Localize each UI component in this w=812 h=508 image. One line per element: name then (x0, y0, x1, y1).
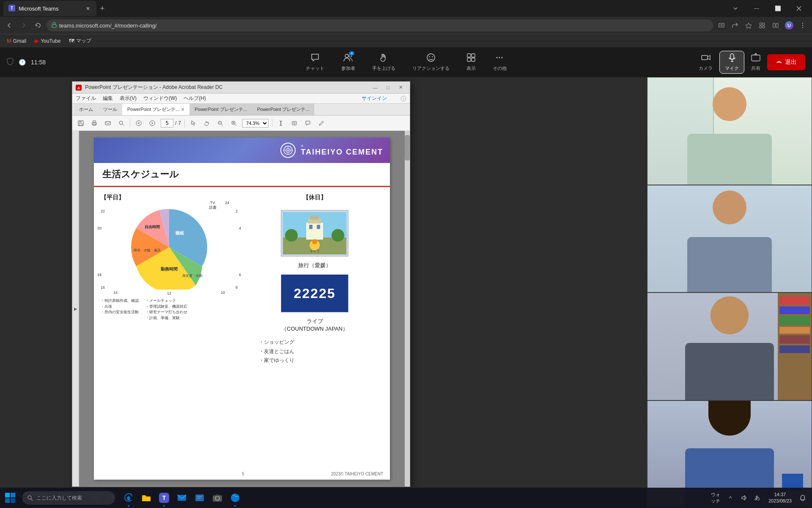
taskbar-browser[interactable] (227, 488, 244, 508)
svg-rect-27 (467, 58, 471, 61)
ime-icon[interactable]: あ (752, 492, 763, 504)
pdf-content: ▶ (72, 131, 410, 486)
taskbar-teams[interactable]: T (156, 488, 173, 508)
svg-rect-15 (773, 23, 775, 28)
more-button[interactable]: その他 (489, 51, 510, 73)
view-icon (466, 53, 476, 64)
menu-window[interactable]: ウィンドウ(W) (143, 95, 177, 102)
tab-ppt-1-close[interactable]: ✕ (181, 107, 184, 112)
new-tab-button[interactable]: + (96, 3, 108, 14)
taskbar-search[interactable]: ここに入力して検索 (22, 491, 115, 505)
leave-button[interactable]: 退出 (767, 54, 805, 70)
tab-ppt-3[interactable]: PowerPoint プレゼンテ... (252, 104, 314, 115)
camera-button[interactable]: カメラ (695, 51, 716, 73)
next-page-button[interactable] (147, 118, 157, 128)
zoom-in-button[interactable] (229, 118, 239, 128)
active-tab[interactable]: T Microsoft Teams (3, 1, 96, 16)
bookmark-gmail[interactable]: M Gmail (3, 37, 30, 45)
favorites-icon[interactable] (743, 19, 754, 31)
adobe-close-button[interactable]: ✕ (395, 83, 406, 92)
chat-button[interactable]: チャット (302, 51, 328, 73)
svg-point-19 (802, 27, 803, 28)
save-tool-button[interactable] (76, 118, 86, 128)
tab-close-button[interactable] (85, 5, 91, 12)
watch-icon[interactable]: ウォッチ (711, 492, 723, 504)
search-tool-button[interactable] (116, 118, 126, 128)
slide-footer: 2023© TAIHEIYO CEMENT (331, 472, 383, 476)
tab-home[interactable]: ホーム (74, 104, 98, 115)
taskbar-search-placeholder: ここに入力して検索 (36, 494, 82, 502)
zoom-selector[interactable]: 74.3% 100% 125% 150% (242, 119, 269, 127)
share-icon[interactable] (729, 19, 741, 31)
window-controls: — ⬜ (726, 2, 809, 15)
prev-page-button[interactable] (134, 118, 144, 128)
pointer-tool-button[interactable] (188, 118, 198, 128)
participants-icon: 4 (343, 53, 353, 64)
email-tool-button[interactable] (103, 118, 113, 128)
share-screen-button[interactable]: 共有 (748, 51, 764, 73)
menu-view[interactable]: 表示(V) (120, 95, 137, 102)
back-button[interactable] (3, 19, 15, 31)
svg-point-9 (721, 25, 722, 26)
maximize-button[interactable]: ⬜ (768, 2, 787, 15)
hand-tool-button[interactable] (202, 118, 212, 128)
minimize-button[interactable]: — (747, 2, 766, 15)
taskbar-edge[interactable] (120, 488, 137, 508)
taskbar-explorer[interactable] (138, 488, 155, 508)
menu-file[interactable]: ファイル (76, 95, 96, 102)
notification-button[interactable] (797, 492, 809, 504)
menu-help[interactable]: ヘルプ(H) (184, 95, 206, 102)
taskbar-clock[interactable]: 14:37 2023/08/23 (765, 491, 795, 505)
participants-button[interactable]: 4 参加者 (338, 51, 359, 73)
profile-icon[interactable]: U (783, 19, 795, 31)
comment-tool-button[interactable] (303, 118, 313, 128)
pdf-page-area[interactable]: ⊕ TAIHEIYO CEMENT 生活スケジュール (79, 131, 405, 486)
svg-point-49 (119, 121, 123, 124)
select-text-button[interactable] (276, 118, 286, 128)
snapshot-button[interactable] (289, 118, 299, 128)
taskbar-mail[interactable] (173, 488, 190, 508)
bookmark-youtube[interactable]: ▶ YouTube (31, 37, 64, 45)
page-number-input[interactable] (161, 119, 173, 127)
mic-button[interactable]: マイク (719, 51, 744, 74)
taiheiyo-brand: TAIHEIYO CEMENT (301, 148, 383, 157)
view-button[interactable]: 表示 (463, 51, 479, 73)
svg-rect-36 (752, 55, 760, 61)
taskbar-camera[interactable] (209, 488, 226, 508)
raise-hand-button[interactable]: 手を上げる (369, 51, 399, 73)
svg-rect-13 (760, 26, 762, 28)
address-bar[interactable]: teams.microsoft.com/_#/modern-calling/ (47, 19, 713, 31)
screen-capture-icon[interactable] (716, 19, 727, 31)
tab-ppt-1[interactable]: PowerPoint プレゼンテ... ✕ (122, 104, 189, 115)
react-button[interactable]: リアクションする (409, 51, 453, 73)
settings-more-icon[interactable] (797, 19, 809, 31)
help-icon[interactable]: ? (401, 96, 406, 102)
tab-tools[interactable]: ツール (98, 104, 122, 115)
svg-rect-43 (79, 121, 82, 123)
start-button[interactable] (0, 488, 20, 508)
pdf-scrollbar[interactable] (405, 131, 410, 486)
pdf-scroll-thumb[interactable] (405, 135, 410, 160)
adobe-minimize-button[interactable]: — (369, 83, 381, 92)
zoom-out-button[interactable] (215, 118, 225, 128)
forward-button[interactable] (18, 19, 30, 31)
weekday-label: 【平日】 (101, 194, 238, 202)
bookmark-maps[interactable]: 🗺 マップ (66, 36, 95, 45)
pdf-sidebar-arrow[interactable]: ▶ (74, 306, 77, 311)
signin-link[interactable]: サインイン (362, 95, 387, 102)
menu-edit[interactable]: 編集 (103, 95, 113, 102)
adobe-maximize-button[interactable]: □ (382, 83, 394, 92)
tab-list-button[interactable] (726, 2, 745, 15)
close-button[interactable] (789, 2, 809, 15)
svg-rect-32 (702, 55, 708, 60)
collections-icon[interactable] (756, 19, 768, 31)
draw-tool-button[interactable] (316, 118, 326, 128)
show-hidden-icons[interactable]: ^ (724, 492, 736, 504)
sound-icon[interactable] (738, 492, 750, 504)
refresh-button[interactable] (32, 19, 44, 31)
tab-ppt-2[interactable]: PowerPoint プレゼンテ... (189, 104, 252, 115)
split-view-icon[interactable] (770, 19, 782, 31)
maps-icon: 🗺 (69, 38, 74, 44)
taskbar-planner[interactable] (191, 488, 208, 508)
print-tool-button[interactable] (89, 118, 99, 128)
